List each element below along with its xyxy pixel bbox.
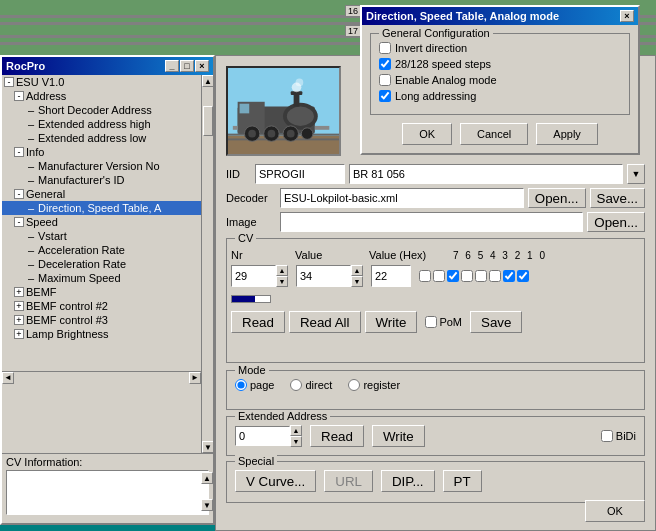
ext-addr-section-label: Extended Address: [235, 410, 330, 422]
br-input[interactable]: [349, 164, 623, 184]
scroll-down-btn[interactable]: ▼: [202, 441, 213, 453]
tree-item-lamp[interactable]: + Lamp Brightness: [2, 327, 201, 341]
cv-write-btn[interactable]: Write: [365, 311, 418, 333]
tree-item-ext-low[interactable]: – Extended address low: [2, 131, 201, 145]
cv-scroll-down[interactable]: ▼: [201, 499, 213, 511]
decoder-open-btn[interactable]: Open...: [528, 188, 586, 208]
decoder-save-btn[interactable]: Save...: [590, 188, 646, 208]
cv-bit1[interactable]: [503, 270, 515, 282]
dialog-apply-btn[interactable]: Apply: [536, 123, 598, 145]
ext-addr-write-btn[interactable]: Write: [372, 425, 425, 447]
mode-direct-radio[interactable]: [290, 379, 302, 391]
dialog-close-btn[interactable]: ×: [620, 10, 634, 22]
ext-addr-down[interactable]: ▼: [290, 436, 302, 447]
cv-bit7[interactable]: [419, 270, 431, 282]
cv-hex-input[interactable]: [371, 265, 411, 287]
tree-item-address[interactable]: - Address: [2, 89, 201, 103]
cv-pom-checkbox[interactable]: [425, 316, 437, 328]
cv-bit4[interactable]: [461, 270, 473, 282]
tree-expander-lamp[interactable]: +: [14, 329, 24, 339]
br-dropdown-btn[interactable]: ▼: [627, 164, 645, 184]
svg-point-19: [301, 127, 313, 139]
image-open-btn[interactable]: Open...: [587, 212, 645, 232]
cv-info-text: [6, 470, 209, 515]
cv-nr-input[interactable]: [231, 265, 276, 287]
dialog-invert-checkbox[interactable]: [379, 42, 391, 54]
mode-register-radio[interactable]: [348, 379, 360, 391]
main-ok-btn[interactable]: OK: [585, 500, 645, 522]
cv-bit3[interactable]: [475, 270, 487, 282]
cv-scroll-up[interactable]: ▲: [201, 472, 213, 484]
scroll-thumb[interactable]: [203, 106, 213, 136]
special-pt-btn[interactable]: PT: [443, 470, 482, 492]
special-vcurve-btn[interactable]: V Curve...: [235, 470, 316, 492]
tree-item-bemf[interactable]: + BEMF: [2, 285, 201, 299]
tree-hscrollbar[interactable]: ◄ ►: [2, 371, 201, 383]
tree-expander-bemf3[interactable]: +: [14, 315, 24, 325]
dialog-body: General Configuration Invert direction 2…: [362, 25, 638, 153]
tree-item-vstart[interactable]: – Vstart: [2, 229, 201, 243]
dialog-long-checkbox[interactable]: [379, 90, 391, 102]
cv-save-btn[interactable]: Save: [470, 311, 522, 333]
cv-val-up[interactable]: ▲: [351, 265, 363, 276]
tree-expander-root[interactable]: -: [4, 77, 14, 87]
tree-expander-bemf[interactable]: +: [14, 287, 24, 297]
scroll-up-btn[interactable]: ▲: [202, 75, 213, 87]
cv-bit2[interactable]: [489, 270, 501, 282]
dialog-analog-checkbox[interactable]: [379, 74, 391, 86]
scroll-right-btn[interactable]: ►: [189, 372, 201, 384]
cv-bit0[interactable]: [517, 270, 529, 282]
scroll-left-btn[interactable]: ◄: [2, 372, 14, 384]
iid-input[interactable]: [255, 164, 345, 184]
tree-dash-10: –: [28, 272, 38, 284]
minimize-button[interactable]: _: [165, 60, 179, 72]
tree-item-ext-high[interactable]: – Extended address high: [2, 117, 201, 131]
tree-item-short-addr[interactable]: – Short Decoder Address: [2, 103, 201, 117]
tree-item-mfr-id[interactable]: – Manufacturer's ID: [2, 173, 201, 187]
ext-addr-read-btn[interactable]: Read: [310, 425, 364, 447]
tree-expander-general[interactable]: -: [14, 189, 24, 199]
tree-item-maxspeed[interactable]: – Maximum Speed: [2, 271, 201, 285]
tree-item-direction[interactable]: – Direction, Speed Table, A: [2, 201, 201, 215]
cv-read-all-btn[interactable]: Read All: [289, 311, 361, 333]
tree-scrollbar[interactable]: ▲ ▼: [201, 75, 213, 453]
close-button[interactable]: ×: [195, 60, 209, 72]
tree-expander-address[interactable]: -: [14, 91, 24, 101]
cv-info-scrollbar[interactable]: ▲ ▼: [201, 472, 213, 511]
tree-expander-info[interactable]: -: [14, 147, 24, 157]
tree-item-bemf2[interactable]: + BEMF control #2: [2, 299, 201, 313]
special-inner: V Curve... URL DIP... PT: [235, 470, 636, 492]
ext-addr-bidi-checkbox[interactable]: [601, 430, 613, 442]
cv-val-down[interactable]: ▼: [351, 276, 363, 287]
cv-val-input[interactable]: [296, 265, 351, 287]
image-input[interactable]: [280, 212, 583, 232]
tree-item-speed[interactable]: - Speed: [2, 215, 201, 229]
cv-bit6[interactable]: [433, 270, 445, 282]
tree-root[interactable]: - ESU V1.0: [2, 75, 201, 89]
dialog-cancel-btn[interactable]: Cancel: [460, 123, 528, 145]
cv-hex-header: Value (Hex): [369, 249, 449, 261]
cv-nr-down[interactable]: ▼: [276, 276, 288, 287]
dialog-speed-checkbox[interactable]: [379, 58, 391, 70]
cv-inputs-row: ▲ ▼ ▲ ▼: [231, 265, 640, 287]
cv-read-btn[interactable]: Read: [231, 311, 285, 333]
tree-item-decel[interactable]: – Deceleration Rate: [2, 257, 201, 271]
dialog-ok-btn[interactable]: OK: [402, 123, 452, 145]
ext-addr-input[interactable]: [235, 426, 290, 446]
maximize-button[interactable]: □: [180, 60, 194, 72]
tree-expander-speed[interactable]: -: [14, 217, 24, 227]
tree-expander-bemf2[interactable]: +: [14, 301, 24, 311]
tree-item-accel[interactable]: – Acceleration Rate: [2, 243, 201, 257]
special-dip-btn[interactable]: DIP...: [381, 470, 435, 492]
cv-bit5[interactable]: [447, 270, 459, 282]
tree-item-general[interactable]: - General: [2, 187, 201, 201]
cv-nr-up[interactable]: ▲: [276, 265, 288, 276]
decoder-input[interactable]: [280, 188, 524, 208]
ext-addr-up[interactable]: ▲: [290, 425, 302, 436]
tree-item-info[interactable]: - Info: [2, 145, 201, 159]
mode-page-radio[interactable]: [235, 379, 247, 391]
tree-item-mfr-ver[interactable]: – Manufacturer Version No: [2, 159, 201, 173]
tree-item-bemf3[interactable]: + BEMF control #3: [2, 313, 201, 327]
special-url-btn[interactable]: URL: [324, 470, 373, 492]
app-title: RocPro: [6, 60, 45, 72]
